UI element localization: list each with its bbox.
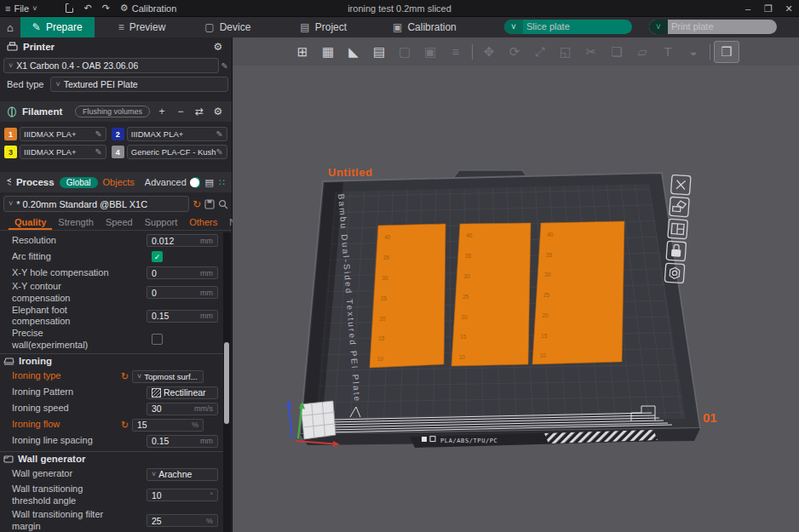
import-icon: ▢ [392,41,417,63]
tab-others[interactable]: Others [183,217,223,230]
viewport-3d[interactable]: ⊞ ▦ ◣ ▤ ▢ ▣ ≡ ✥ ⟳ ⤢ ◱ ✂ ❏ ▱ T ◒ ❒ [233,37,799,532]
tab-preview[interactable]: ≡ Preview [106,17,178,37]
slice-plate-button[interactable]: ˅ Slice plate [504,20,632,34]
filament-icon [7,106,17,117]
filament-color-chip[interactable]: 1 [4,128,17,140]
tab-support[interactable]: Support [139,217,184,230]
add-plate-icon[interactable]: ▦ [315,41,341,63]
resolution-input[interactable]: 0.012mm [147,234,218,247]
filament-edit-icon[interactable]: ✎ [216,147,223,157]
reset-icon[interactable]: ↻ [121,371,132,382]
remove-filament-icon[interactable]: − [174,106,187,117]
filament-color-chip[interactable]: 3 [4,146,17,158]
ironing-icon [3,357,14,365]
filament-slot-2[interactable]: 2 IIIDMAX PLA+✎ [112,127,227,141]
process-preset-select[interactable]: ˅ * 0.20mm Standard @BBL X1C [3,196,189,212]
plate-number-label: 01 [703,410,717,425]
setting-row-wall-threshold: Wall transitioning threshold angle 10° [0,483,223,508]
printer-settings-gear-icon[interactable]: ⚙ [211,41,225,53]
search-icon[interactable] [218,199,228,209]
filament-edit-icon[interactable]: ✎ [95,147,101,157]
filament-settings-gear-icon[interactable]: ⚙ [211,106,225,117]
save-preset-icon[interactable] [204,199,215,209]
settings-list-icon[interactable]: ▤ [205,177,214,188]
new-file-icon [66,3,73,13]
model-objects[interactable] [370,221,624,368]
sync-filament-icon[interactable]: ⇄ [193,106,206,117]
delete-plate-button[interactable] [671,174,691,194]
orient-plate-button[interactable] [670,197,689,216]
tab-calibration[interactable]: ▣ Calibration [381,17,468,37]
ironing-pattern-select[interactable]: Rectilinear [147,386,218,399]
filament-edit-icon[interactable]: ✎ [95,129,101,139]
undo-button[interactable]: ↶ [78,0,96,16]
file-menu[interactable]: ≡ File ˅ [0,0,42,16]
arc-fitting-checkbox[interactable]: ✓ [152,251,163,262]
tab-device[interactable]: ▢ Device [193,17,262,37]
filament-edit-icon[interactable]: ✎ [216,129,223,139]
scale-icon: ⤢ [527,41,553,63]
calibration-menu-label: Calibration [132,3,177,14]
ironing-spacing-input[interactable]: 0.15mm [147,435,218,448]
printer-edit-icon[interactable]: ✎ [221,61,228,71]
ironing-speed-input[interactable]: 30mm/s [147,403,218,415]
elephant-foot-input[interactable]: 0.15mm [147,310,218,323]
ironing-flow-input[interactable]: 15% [132,419,204,432]
arrange-icon[interactable]: ▤ [366,41,392,63]
flushing-volumes-button[interactable]: Flushing volumes [75,106,150,117]
viewport-3d-scene[interactable]: Bambu Dual-Sided Textured PEI Plate 4035… [233,37,799,532]
process-section-header: Process Global Objects Advanced ▤ ∷ [0,172,232,192]
ironing-type-select[interactable]: ˅Topmost surf... [132,370,204,383]
split-assembly-icon[interactable]: ❒ [714,41,739,63]
objects-params-icon[interactable]: ∷ [219,177,225,188]
filament-slot-3[interactable]: 3 IIIDMAX PLA+✎ [4,145,106,159]
arrange-plate-button[interactable] [668,219,687,238]
wall-threshold-input[interactable]: 10° [147,489,218,501]
reset-icon[interactable]: ↻ [121,420,132,431]
advanced-label: Advanced [145,177,187,187]
sidebar-scrollbar[interactable] [223,232,231,532]
main-tabbar: ⌂ ✎ Prepare ≡ Preview ▢ Device ▤ Project… [0,17,799,37]
tab-speed[interactable]: Speed [100,217,139,230]
plate-name-label[interactable]: Untitled [328,166,372,179]
filament-slot-4[interactable]: 4 Generic PLA-CF - Kush✎ [112,145,227,159]
print-dropdown-icon[interactable]: ˅ [649,20,668,34]
add-filament-icon[interactable]: + [155,106,169,117]
redo-button[interactable]: ↷ [97,0,115,16]
chevron-down-icon: ˅ [32,4,37,13]
reset-preset-icon[interactable]: ↻ [193,198,201,210]
xy-contour-input[interactable]: 0mm [147,286,218,299]
minimize-button[interactable]: – [738,0,758,17]
printer-select[interactable]: ˅ X1 Carbon 0.4 - OAB 23.06.06 [3,58,219,73]
tab-prepare[interactable]: ✎ Prepare [20,17,95,37]
restore-button[interactable]: ❐ [758,0,779,17]
plate-settings-button[interactable] [664,263,684,283]
xy-hole-input[interactable]: 0mm [147,266,218,279]
print-plate-button[interactable]: ˅ Print plate [649,20,777,34]
setting-row-precise-wall: Precise wall(experimental) [0,328,223,352]
filament-slot-1[interactable]: 1 IIIDMAX PLA+✎ [4,127,106,141]
restore-icon: ❐ [764,3,773,14]
slice-dropdown-icon[interactable]: ˅ [504,20,523,34]
auto-orient-icon[interactable]: ◣ [341,41,366,63]
filament-color-chip[interactable]: 2 [112,128,124,140]
wall-generator-select[interactable]: ˅Arachne [147,468,218,481]
advanced-toggle[interactable] [192,177,200,188]
bed-type-select[interactable]: ˅ Textured PEI Plate [50,77,228,92]
process-global-toggle[interactable]: Global [60,177,98,188]
wall-filter-input[interactable]: 25% [147,514,218,527]
tab-quality[interactable]: Quality [9,217,52,230]
tab-project[interactable]: ▤ Project [288,17,359,37]
filament-color-chip[interactable]: 4 [112,146,124,158]
tab-strength[interactable]: Strength [52,217,100,230]
new-project-button[interactable] [60,0,78,16]
home-button[interactable]: ⌂ [0,17,20,37]
close-button[interactable]: ✕ [779,0,799,17]
precise-wall-checkbox[interactable] [152,334,163,345]
lock-plate-button[interactable] [666,241,686,260]
add-text-icon: T [655,41,681,63]
scrollbar-thumb[interactable] [224,342,229,424]
process-objects-toggle[interactable]: Objects [103,177,135,187]
calibration-menu[interactable]: ⚙ Calibration [115,0,181,16]
add-object-icon[interactable]: ⊞ [290,41,315,63]
